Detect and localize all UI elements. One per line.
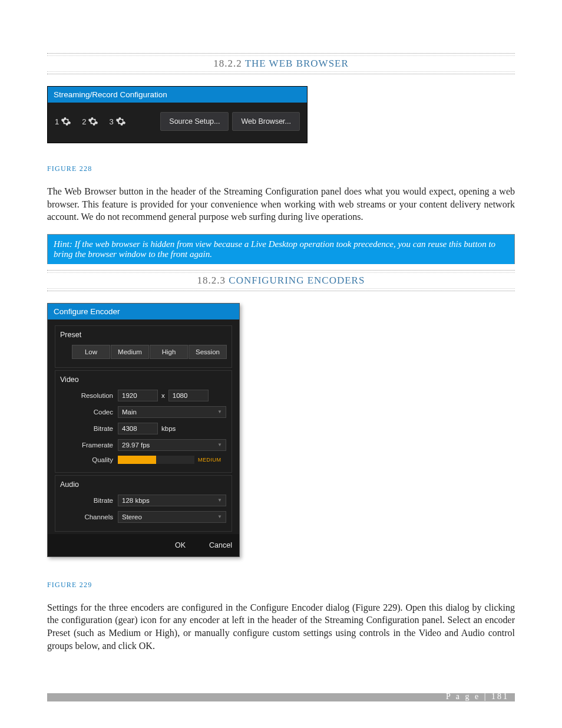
preset-high-button[interactable]: High (150, 345, 188, 359)
framerate-value: 29.97 fps (122, 442, 150, 449)
chevron-down-icon: ▼ (217, 442, 222, 447)
audio-group: Audio Bitrate 128 kbps ▼ Channels Stereo… (55, 475, 232, 532)
video-group: Video Resolution 1920 x 1080 Codec Main … (55, 370, 232, 473)
audio-bitrate-dropdown[interactable]: 128 kbps ▼ (118, 495, 226, 506)
codec-label: Codec (60, 409, 118, 416)
video-bitrate-unit: kbps (161, 425, 176, 432)
codec-dropdown[interactable]: Main ▼ (118, 406, 226, 418)
hint-box: Hint: If the web browser is hidden from … (47, 234, 515, 264)
audio-group-title: Audio (60, 480, 227, 489)
encoder-3-label: 3 (109, 117, 113, 126)
gear-icon (61, 116, 71, 127)
cancel-button[interactable]: Cancel (209, 541, 232, 549)
encoder-1-label: 1 (55, 117, 59, 126)
channels-dropdown[interactable]: Stereo ▼ (118, 511, 226, 523)
quality-slider-fill (118, 456, 156, 464)
section-heading-configuring-encoders: 18.2.3 CONFIGURING ENCODERS (47, 270, 515, 291)
quality-value: MEDIUM (198, 457, 222, 463)
body-paragraph-1: The Web Browser button in the header of … (47, 185, 515, 223)
section-title: THE WEB BROWSER (245, 58, 349, 69)
web-browser-button[interactable]: Web Browser... (232, 112, 300, 131)
gear-icon (88, 116, 98, 127)
resolution-separator: x (161, 392, 165, 399)
encoder-2-gear[interactable]: 2 (82, 116, 105, 127)
footer-page-number: 181 (491, 692, 509, 701)
video-bitrate-input[interactable]: 4308 (118, 423, 158, 434)
video-group-title: Video (60, 375, 227, 384)
audio-bitrate-value: 128 kbps (122, 497, 150, 504)
encoder-3-gear[interactable]: 3 (109, 116, 133, 127)
preset-group-title: Preset (60, 331, 227, 339)
dialog-title: Configure Encoder (48, 304, 239, 319)
encoder-2-label: 2 (82, 117, 86, 126)
streaming-record-config-panel: Streaming/Record Configuration 1 2 3 (47, 86, 308, 143)
footer-separator: | (484, 692, 488, 701)
codec-value: Main (122, 409, 137, 416)
figure-229-caption: FIGURE 229 (47, 581, 515, 589)
resolution-label: Resolution (60, 392, 118, 399)
figure-228-caption: FIGURE 228 (47, 164, 515, 173)
ok-button[interactable]: OK (175, 541, 186, 549)
chevron-down-icon: ▼ (217, 514, 222, 519)
framerate-dropdown[interactable]: 29.97 fps ▼ (118, 439, 226, 451)
section-number: 18.2.2 (213, 58, 242, 69)
section-number: 18.2.3 (197, 275, 226, 286)
channels-value: Stereo (122, 513, 142, 521)
footer-page-label: P a g e (446, 692, 480, 701)
gear-icon (115, 116, 126, 127)
preset-medium-button[interactable]: Medium (111, 345, 149, 359)
section-heading-web-browser: 18.2.2 THE WEB BROWSER (47, 53, 515, 74)
encoder-1-gear[interactable]: 1 (55, 116, 78, 127)
configure-encoder-dialog: Configure Encoder Preset Low Medium High… (47, 303, 240, 557)
channels-label: Channels (60, 513, 118, 521)
quality-label: Quality (60, 456, 118, 463)
resolution-width-input[interactable]: 1920 (118, 390, 158, 401)
page-footer: P a g e | 181 (47, 693, 515, 701)
panel-title: Streaming/Record Configuration (48, 87, 307, 103)
preset-session-button[interactable]: Session (189, 345, 227, 359)
chevron-down-icon: ▼ (217, 409, 222, 414)
preset-low-button[interactable]: Low (72, 345, 110, 359)
preset-group: Preset Low Medium High Session (55, 325, 232, 368)
section-title: CONFIGURING ENCODERS (229, 275, 365, 286)
resolution-height-input[interactable]: 1080 (168, 390, 209, 401)
audio-bitrate-label: Bitrate (60, 497, 118, 504)
quality-slider[interactable] (118, 456, 194, 464)
framerate-label: Framerate (60, 442, 118, 449)
chevron-down-icon: ▼ (217, 498, 222, 503)
source-setup-button[interactable]: Source Setup... (160, 112, 229, 131)
body-paragraph-2: Settings for the three encoders are conf… (47, 601, 515, 652)
video-bitrate-label: Bitrate (60, 425, 118, 432)
